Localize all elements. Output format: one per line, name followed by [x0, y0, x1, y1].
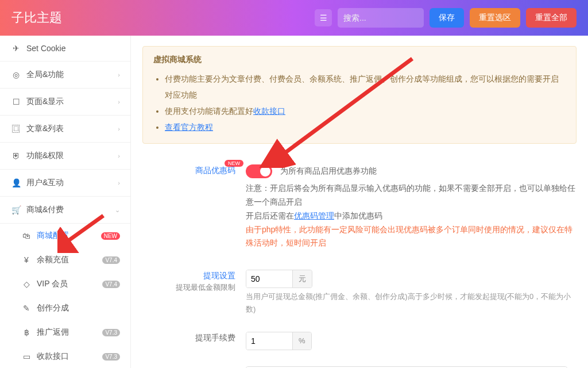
sidebar-icon: ✎ [21, 304, 32, 313]
sidebar-sub-item[interactable]: 🛍商城配置NEW [8, 224, 130, 248]
notice-title: 虚拟商城系统 [153, 55, 566, 65]
withdraw-min-hint: 当用户可提现总金额(推广佣金、余额、创作分成)高于多少时候，才能发起提现(不能为… [246, 290, 577, 316]
official-tutorial-link[interactable]: 查看官方教程 [165, 122, 213, 132]
sidebar-icon: 🛒 [10, 205, 22, 214]
withdraw-section-label: 提现设置 提现最低金额限制 [142, 270, 246, 316]
sidebar-icon: ◇ [21, 279, 32, 289]
unit-label: % [292, 332, 311, 350]
top-header: 子比主题 ☰ 保存 重置选区 重置全部 [0, 0, 588, 36]
coupon-label: NEW 商品优惠码 [142, 164, 246, 250]
notice-line: 使用支付功能请先配置好收款接口 [165, 103, 566, 119]
coupon-note2: 开启后还需在优惠码管理中添加优惠码 [246, 209, 577, 223]
sidebar-icon: ⛨ [10, 151, 22, 160]
chevron-right-icon: › [118, 125, 120, 132]
sidebar-item-label: 页面&显示 [26, 97, 64, 107]
sidebar-icon: ¥ [21, 255, 32, 264]
version-badge: NEW [101, 232, 120, 240]
sidebar-item-label: 文章&列表 [26, 124, 64, 134]
notice-line: 付费功能主要分为文章付费、付费会员、余额系统、推广返佣、创作分成等功能组成，您可… [165, 71, 566, 103]
new-badge: NEW [225, 160, 243, 167]
sidebar-sub-item[interactable]: ◇VIP 会员V7.4 [8, 272, 130, 296]
coupon-manage-link[interactable]: 优惠码管理 [294, 211, 334, 220]
sidebar-item-label: 创作分成 [37, 303, 69, 313]
coupon-warning: 由于php特性，此功能有一定风险可能会出现优惠码被多个订单同时使用的情况，建议仅… [246, 223, 577, 251]
save-button[interactable]: 保存 [430, 8, 464, 28]
withdraw-proto-row: 提现协议 用户申请提现时展示的内容，建议为提现须知等（使用HTML代码请注意代码… [142, 362, 577, 368]
sidebar-sub-item[interactable]: ▭收款接口V7.3 [8, 344, 130, 368]
sidebar-sub-item[interactable]: ¥余额充值V7.4 [8, 248, 130, 272]
reset-section-button[interactable]: 重置选区 [470, 8, 520, 28]
withdraw-min-input[interactable] [246, 270, 292, 288]
unit-label: 元 [292, 270, 312, 288]
version-badge: V7.3 [102, 353, 120, 361]
coupon-desc: 为所有商品启用优惠券功能 [280, 166, 377, 175]
withdraw-fee-input[interactable] [246, 332, 292, 350]
withdraw-min-row: 提现设置 提现最低金额限制 元 当用户可提现总金额(推广佣金、余额、创作分成)高… [142, 265, 577, 327]
sidebar-item-label: 推广返佣 [37, 327, 69, 338]
sidebar-item-label: 用户&互动 [26, 178, 64, 188]
sidebar-item-label: 商城&付费 [26, 205, 64, 215]
list-icon[interactable]: ☰ [315, 9, 332, 26]
version-badge: V7.4 [102, 281, 120, 288]
chevron-right-icon: › [118, 71, 120, 78]
version-badge: V7.3 [102, 329, 120, 336]
chevron-right-icon: › [118, 179, 120, 186]
withdraw-min-input-group: 元 [246, 270, 312, 288]
coupon-note: 注意：开启后将会为所有商品显示输入优惠码的功能，如果不需要全部开启，也可以单独给… [246, 182, 577, 209]
sidebar-item[interactable]: ⿴文章&列表› [0, 116, 130, 143]
sidebar-item[interactable]: ⛨功能&权限› [0, 143, 130, 170]
sidebar-set-cookie[interactable]: ✈ Set Cookie [0, 36, 130, 62]
sidebar-icon: ▭ [21, 352, 32, 361]
payment-interface-link[interactable]: 收款接口 [253, 106, 285, 116]
coupon-toggle[interactable] [246, 164, 272, 178]
sidebar-icon: 👤 [10, 178, 22, 187]
sidebar-icon: ⿴ [10, 124, 22, 133]
chevron-right-icon: › [118, 98, 120, 105]
sidebar-sub-item[interactable]: ✎创作分成 [8, 296, 130, 320]
notice-line: 查看官方教程 [165, 119, 566, 135]
sidebar-item-label: 功能&权限 [26, 151, 64, 161]
sidebar-icon: ฿ [21, 328, 32, 337]
coupon-row: NEW 商品优惠码 为所有商品启用优惠券功能 注意：开启后将会为所有商品显示输入… [142, 160, 577, 262]
chevron-right-icon: › [118, 152, 120, 159]
sidebar-item-label: 商城配置 [37, 231, 69, 241]
sidebar-item[interactable]: ◎全局&功能› [0, 62, 130, 89]
main-content: 虚拟商城系统 付费功能主要分为文章付费、付费会员、余额系统、推广返佣、创作分成等… [131, 36, 588, 368]
chevron-down-icon: ⌄ [115, 206, 120, 214]
version-badge: V7.4 [102, 256, 120, 264]
search-input[interactable] [338, 8, 424, 28]
sidebar-item-label: 全局&功能 [26, 70, 64, 80]
sidebar-item-label: 收款接口 [37, 351, 69, 362]
sidebar-item-label: VIP 会员 [37, 279, 68, 289]
reset-all-button[interactable]: 重置全部 [526, 8, 577, 28]
notice-box: 虚拟商城系统 付费功能主要分为文章付费、付费会员、余额系统、推广返佣、创作分成等… [142, 46, 577, 144]
sidebar-item-label: 余额充值 [37, 255, 69, 265]
app-title: 子比主题 [11, 9, 62, 26]
withdraw-fee-input-group: % [246, 332, 312, 350]
sidebar-item[interactable]: ☐页面&显示› [0, 89, 130, 116]
sidebar-item[interactable]: 👤用户&互动› [0, 170, 130, 197]
sidebar-icon: 🛍 [21, 231, 32, 240]
paper-plane-icon: ✈ [10, 44, 22, 53]
withdraw-fee-row: 提现手续费 % [142, 327, 577, 362]
sidebar: ✈ Set Cookie ◎全局&功能›☐页面&显示›⿴文章&列表›⛨功能&权限… [0, 36, 131, 368]
withdraw-fee-label: 提现手续费 [142, 332, 246, 350]
sidebar-item-label: Set Cookie [26, 44, 65, 53]
sidebar-sub-item[interactable]: ฿推广返佣V7.3 [8, 320, 130, 344]
sidebar-item[interactable]: 🛒商城&付费⌄ [0, 197, 130, 224]
sidebar-icon: ☐ [10, 97, 22, 106]
sidebar-icon: ◎ [10, 70, 22, 79]
